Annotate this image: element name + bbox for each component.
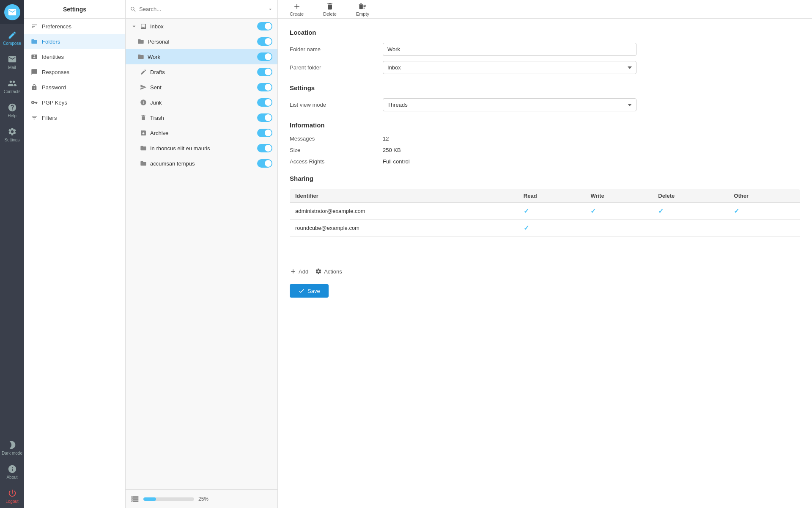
folders-panel: Inbox Personal Work Drafts — [126, 0, 278, 508]
size-row: Size 250 KB — [290, 147, 800, 153]
folder-personal[interactable]: Personal — [126, 34, 277, 49]
work-label: Work — [148, 54, 160, 60]
nav-item-mail[interactable]: Mail — [0, 50, 24, 74]
row1-delete: ✓ — [653, 203, 729, 220]
nav-item-compose[interactable]: Compose — [0, 26, 24, 50]
trash-label: Trash — [150, 115, 164, 121]
gear-icon — [315, 268, 322, 275]
add-label: Add — [299, 268, 308, 275]
app-logo — [0, 0, 24, 24]
empty-button[interactable]: Empty — [353, 0, 373, 18]
drafts-toggle[interactable] — [257, 68, 272, 76]
save-button[interactable]: Save — [290, 284, 329, 298]
row2-delete — [653, 220, 729, 237]
personal-label: Personal — [148, 39, 169, 45]
junk-toggle[interactable] — [257, 98, 272, 107]
icon-sidebar: Compose Mail Contacts Help Settings Dark… — [0, 0, 24, 508]
create-button[interactable]: Create — [286, 0, 307, 18]
actions-label: Actions — [324, 268, 342, 275]
create-icon — [293, 2, 301, 11]
add-sharing-button[interactable]: Add — [290, 268, 308, 275]
parent-folder-row: Parent folder Inbox — Root — — [290, 61, 800, 74]
archive-icon — [140, 130, 147, 136]
trash-toggle[interactable] — [257, 113, 272, 122]
inbox-label: Inbox — [150, 23, 164, 30]
custom2-toggle[interactable] — [257, 159, 272, 168]
folder-junk[interactable]: Junk — [126, 95, 277, 110]
messages-value: 12 — [383, 135, 389, 142]
nav-mail-label: Mail — [8, 65, 16, 70]
archive-toggle[interactable] — [257, 129, 272, 137]
row2-identifier: roundcube@example.com — [290, 220, 518, 237]
folder-archive[interactable]: Archive — [126, 125, 277, 141]
folders-footer: 25% — [126, 489, 277, 508]
nav-item-darkmode[interactable]: Dark mode — [0, 436, 24, 460]
sharing-table: Identifier Read Write Delete Other admin… — [290, 189, 800, 262]
sent-icon — [140, 84, 147, 91]
folder-work[interactable]: Work — [126, 49, 277, 64]
parent-folder-select[interactable]: Inbox — Root — — [383, 61, 636, 74]
location-section-title: Location — [290, 29, 800, 36]
nav-item-settings[interactable]: Settings — [0, 122, 24, 146]
folder-name-input[interactable] — [383, 43, 636, 56]
access-rights-value: Full control — [383, 158, 410, 165]
nav-settings-label: Settings — [4, 138, 19, 142]
folder-name-label: Folder name — [290, 46, 383, 52]
folder-inbox[interactable]: Inbox — [126, 19, 277, 34]
search-dropdown-icon[interactable] — [267, 6, 273, 12]
settings-title: Settings — [63, 6, 86, 13]
main-body: Location Folder name Parent folder Inbox… — [278, 19, 812, 508]
create-label: Create — [290, 11, 304, 17]
list-view-mode-label: List view mode — [290, 102, 383, 108]
nav-item-about[interactable]: About — [0, 460, 24, 484]
delete-button[interactable]: Delete — [320, 0, 340, 18]
sent-toggle[interactable] — [257, 83, 272, 91]
folder-name-row: Folder name — [290, 43, 800, 56]
work-toggle[interactable] — [257, 52, 272, 61]
search-icon — [130, 6, 137, 13]
settings-nav-filters[interactable]: Filters — [24, 110, 125, 125]
settings-nav-password[interactable]: Password — [24, 80, 125, 95]
row1-read: ✓ — [518, 203, 586, 220]
table-row: administrator@example.com ✓ ✓ ✓ ✓ — [290, 203, 800, 220]
work-folder-icon — [137, 53, 144, 60]
folder-drafts[interactable]: Drafts — [126, 64, 277, 80]
list-view-mode-select-wrapper: Threads Messages Conversations — [383, 98, 636, 111]
settings-nav-preferences[interactable]: Preferences — [24, 19, 125, 34]
messages-label: Messages — [290, 135, 383, 142]
row1-write: ✓ — [585, 203, 653, 220]
sharing-actions-button[interactable]: Actions — [315, 268, 342, 275]
junk-label: Junk — [150, 99, 162, 106]
storage-progress-bar — [143, 497, 194, 501]
nav-item-logout[interactable]: Logout — [0, 484, 24, 508]
folder-trash[interactable]: Trash — [126, 110, 277, 125]
row2-other — [729, 220, 800, 237]
size-label: Size — [290, 147, 383, 153]
folder-sent[interactable]: Sent — [126, 80, 277, 95]
settings-nav-folders[interactable]: Folders — [24, 34, 125, 49]
search-input[interactable] — [139, 6, 265, 12]
settings-nav-responses[interactable]: Responses — [24, 64, 125, 80]
inbox-toggle[interactable] — [257, 22, 272, 30]
nav-item-contacts[interactable]: Contacts — [0, 74, 24, 98]
personal-toggle[interactable] — [257, 37, 272, 46]
sent-label: Sent — [150, 84, 162, 91]
settings-nav-identities[interactable]: Identities — [24, 49, 125, 64]
custom1-toggle[interactable] — [257, 144, 272, 152]
personal-folder-icon — [137, 38, 144, 45]
add-icon — [290, 268, 296, 275]
junk-icon — [140, 99, 147, 106]
trash-icon — [140, 114, 147, 121]
folder-custom1[interactable]: In rhoncus elit eu mauris — [126, 141, 277, 156]
sharing-section-title: Sharing — [290, 175, 800, 182]
folder-custom2[interactable]: accumsan tempus — [126, 156, 277, 171]
settings-nav-pgpkeys[interactable]: PGP Keys — [24, 95, 125, 110]
list-view-mode-select[interactable]: Threads Messages Conversations — [383, 98, 636, 111]
settings-nav-responses-label: Responses — [42, 69, 69, 75]
row2-write — [585, 220, 653, 237]
save-label: Save — [307, 288, 320, 294]
nav-item-help[interactable]: Help — [0, 98, 24, 122]
parent-folder-label: Parent folder — [290, 64, 383, 71]
custom2-folder-icon — [140, 160, 147, 167]
parent-folder-select-wrapper: Inbox — Root — — [383, 61, 636, 74]
